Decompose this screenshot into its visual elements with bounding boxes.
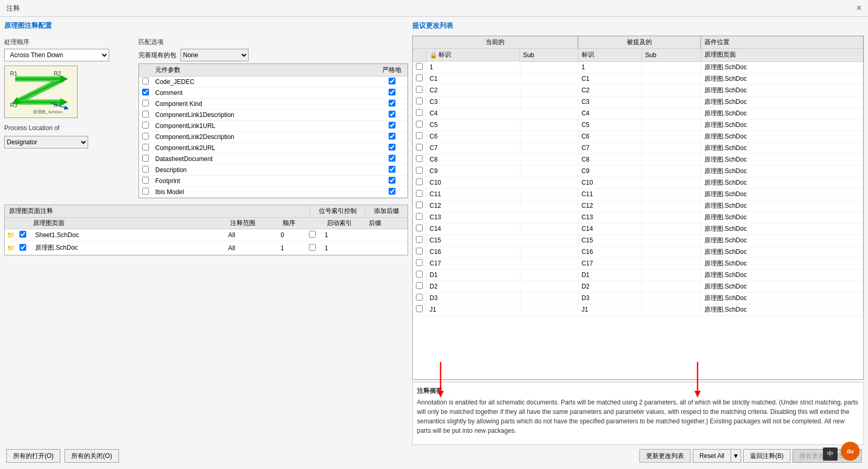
- param-strict-cell[interactable]: [376, 121, 408, 132]
- close-button[interactable]: ✕: [854, 3, 864, 13]
- change-checkbox[interactable]: [416, 178, 423, 185]
- param-checkbox[interactable]: [142, 111, 149, 118]
- strict-checkbox[interactable]: [389, 78, 395, 84]
- param-check-cell[interactable]: [139, 165, 152, 176]
- param-strict-cell[interactable]: [376, 110, 408, 121]
- param-checkbox[interactable]: [142, 133, 149, 140]
- param-checkbox[interactable]: [142, 89, 149, 95]
- change-checkbox[interactable]: [416, 305, 423, 312]
- strict-checkbox[interactable]: [389, 177, 395, 184]
- change-checkbox[interactable]: [416, 121, 423, 127]
- complete-pkg-select[interactable]: None All Selected: [180, 49, 249, 61]
- change-checkbox[interactable]: [416, 63, 423, 70]
- param-checkbox[interactable]: [142, 100, 149, 106]
- change-checkbox[interactable]: [416, 98, 423, 104]
- change-check-cell[interactable]: [413, 73, 426, 84]
- param-checkbox[interactable]: [142, 166, 149, 173]
- change-checkbox[interactable]: [416, 201, 423, 208]
- change-checkbox[interactable]: [416, 155, 423, 162]
- change-check-cell[interactable]: [413, 269, 426, 281]
- param-check-cell[interactable]: [139, 176, 152, 187]
- change-check-cell[interactable]: [413, 84, 426, 96]
- process-location-select[interactable]: Designator Comment All: [4, 136, 88, 148]
- change-checkbox[interactable]: [416, 74, 423, 81]
- change-checkbox[interactable]: [416, 282, 423, 289]
- param-check-cell[interactable]: [139, 99, 152, 110]
- param-checkbox[interactable]: [142, 155, 149, 162]
- param-checkbox[interactable]: [142, 78, 149, 84]
- change-check-cell[interactable]: [413, 108, 426, 119]
- change-checkbox[interactable]: [416, 213, 423, 220]
- change-checkbox[interactable]: [416, 225, 423, 231]
- lang-badge[interactable]: 中: [823, 447, 838, 461]
- change-check-cell[interactable]: [413, 235, 426, 246]
- change-checkbox[interactable]: [416, 259, 423, 266]
- param-check-cell[interactable]: [139, 88, 152, 99]
- strict-checkbox[interactable]: [389, 122, 395, 129]
- strict-checkbox[interactable]: [389, 133, 395, 140]
- change-check-cell[interactable]: [413, 223, 426, 235]
- param-checkbox[interactable]: [142, 122, 149, 129]
- change-checkbox[interactable]: [416, 248, 423, 254]
- change-checkbox[interactable]: [416, 132, 423, 139]
- ann-row-check[interactable]: [19, 244, 32, 252]
- change-checkbox[interactable]: [416, 109, 423, 116]
- change-check-cell[interactable]: [413, 154, 426, 165]
- reset-all-button[interactable]: Reset All: [693, 449, 731, 463]
- param-check-cell[interactable]: [139, 187, 152, 198]
- ann-start-idx-checkbox[interactable]: [309, 244, 316, 251]
- change-checkbox[interactable]: [416, 86, 423, 93]
- change-checkbox[interactable]: [416, 294, 423, 301]
- back-annotation-button[interactable]: 返回注释(B): [743, 449, 790, 463]
- param-check-cell[interactable]: [139, 143, 152, 154]
- change-check-cell[interactable]: [413, 211, 426, 223]
- param-strict-cell[interactable]: [376, 77, 408, 88]
- ann-row-check[interactable]: [19, 231, 32, 239]
- change-check-cell[interactable]: [413, 177, 426, 188]
- close-all-button[interactable]: 所有的关闭(O): [65, 449, 119, 463]
- param-check-cell[interactable]: [139, 132, 152, 143]
- open-all-button[interactable]: 所有的打开(O): [6, 449, 60, 463]
- param-checkbox[interactable]: [142, 188, 149, 195]
- ann-row-checkbox[interactable]: [19, 244, 26, 251]
- change-check-cell[interactable]: [413, 165, 426, 177]
- change-checkbox[interactable]: [416, 271, 423, 278]
- param-strict-cell[interactable]: [376, 132, 408, 143]
- strict-checkbox[interactable]: [389, 144, 395, 151]
- change-check-cell[interactable]: [413, 188, 426, 200]
- param-strict-cell[interactable]: [376, 187, 408, 198]
- ann-row-idx-check[interactable]: [309, 244, 322, 252]
- reset-all-dropdown[interactable]: ▼: [731, 449, 741, 463]
- param-check-cell[interactable]: [139, 121, 152, 132]
- param-check-cell[interactable]: [139, 154, 152, 165]
- strict-checkbox[interactable]: [389, 100, 395, 106]
- change-check-cell[interactable]: [413, 246, 426, 258]
- process-order-select[interactable]: Across Then Down Down Then Across By She…: [4, 49, 109, 61]
- ann-start-idx-checkbox[interactable]: [309, 231, 316, 238]
- change-check-cell[interactable]: [413, 119, 426, 131]
- param-checkbox[interactable]: [142, 144, 149, 151]
- change-check-cell[interactable]: [413, 281, 426, 292]
- param-strict-cell[interactable]: [376, 143, 408, 154]
- strict-checkbox[interactable]: [389, 166, 395, 173]
- strict-checkbox[interactable]: [389, 89, 395, 95]
- change-check-cell[interactable]: [413, 61, 426, 73]
- param-check-cell[interactable]: [139, 77, 152, 88]
- update-list-button[interactable]: 更新更改列表: [639, 449, 691, 463]
- change-check-cell[interactable]: [413, 96, 426, 108]
- param-check-cell[interactable]: [139, 110, 152, 121]
- du-badge[interactable]: du: [841, 442, 860, 461]
- param-strict-cell[interactable]: [376, 88, 408, 99]
- change-checkbox[interactable]: [416, 144, 423, 151]
- param-strict-cell[interactable]: [376, 99, 408, 110]
- change-check-cell[interactable]: [413, 200, 426, 211]
- change-checkbox[interactable]: [416, 236, 423, 243]
- change-check-cell[interactable]: [413, 258, 426, 269]
- change-check-cell[interactable]: [413, 292, 426, 304]
- strict-checkbox[interactable]: [389, 111, 395, 118]
- param-checkbox[interactable]: [142, 177, 149, 184]
- ann-row-checkbox[interactable]: [19, 231, 26, 238]
- param-strict-cell[interactable]: [376, 154, 408, 165]
- strict-checkbox[interactable]: [389, 155, 395, 162]
- change-check-cell[interactable]: [413, 304, 426, 315]
